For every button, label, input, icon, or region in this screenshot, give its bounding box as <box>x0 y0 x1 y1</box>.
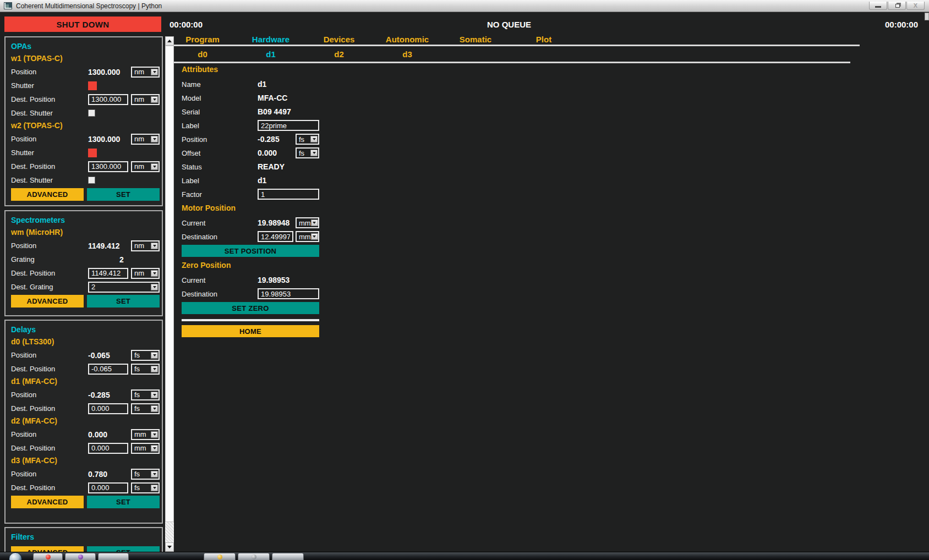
w1-dest-position-input[interactable] <box>88 94 128 105</box>
chevron-down-icon <box>151 243 158 249</box>
minimize-button[interactable] <box>869 2 887 10</box>
field-label: Dest. Position <box>11 162 88 171</box>
taskbar-button-2[interactable] <box>65 553 96 560</box>
delays-set-button[interactable]: SET <box>87 496 160 508</box>
subtab-d2[interactable]: d2 <box>305 50 373 59</box>
w1-position-unit-select[interactable]: nm <box>131 67 160 78</box>
field-label: Dest. Position <box>11 365 88 373</box>
d0-dest-unit-select[interactable]: fs <box>131 364 160 375</box>
tab-somatic[interactable]: Somatic <box>441 35 510 44</box>
tabs-underline <box>170 45 860 46</box>
close-icon: X <box>914 3 917 9</box>
w2-position-unit-select[interactable]: nm <box>131 134 160 145</box>
d3-position-unit-select[interactable]: fs <box>131 469 160 480</box>
scroll-down-button[interactable] <box>165 542 174 552</box>
motor-current-unit-select[interactable]: mm <box>296 217 319 228</box>
wm-dest-position-input[interactable] <box>88 268 128 279</box>
scrollbar-track[interactable] <box>165 522 174 542</box>
taskbar-button-4[interactable] <box>204 553 236 560</box>
scrollbar-thumb[interactable] <box>165 46 174 522</box>
spectrometers-set-button[interactable]: SET <box>87 295 160 308</box>
offset-unit-select[interactable]: fs <box>296 147 319 158</box>
delays-advanced-button[interactable]: ADVANCED <box>11 496 84 508</box>
tab-autonomic[interactable]: Autonomic <box>373 35 441 44</box>
scroll-up-button[interactable] <box>165 36 174 46</box>
d0-position-unit-select[interactable]: fs <box>131 350 160 361</box>
subtab-d0[interactable]: d0 <box>168 50 237 59</box>
wm-dest-grating-select[interactable]: 2 <box>88 282 160 293</box>
wm-position-unit-select[interactable]: nm <box>131 240 160 251</box>
w2-dest-shutter-checkbox[interactable] <box>88 177 95 184</box>
d1-position-value: -0.285 <box>88 391 128 399</box>
shut-down-button[interactable]: SHUT DOWN <box>4 17 161 32</box>
subtab-d3[interactable]: d3 <box>373 50 441 59</box>
w2-dest-position-input[interactable] <box>88 161 128 172</box>
motor-destination-input[interactable] <box>258 231 293 242</box>
window-title: Coherent Multidimensional Spectroscopy |… <box>16 2 162 10</box>
d0-dest-position-input[interactable] <box>88 364 128 375</box>
w2-dest-unit-select[interactable]: nm <box>131 161 160 172</box>
app-red-icon <box>46 554 51 559</box>
d2-position-unit-select[interactable]: mm <box>131 429 160 440</box>
restore-button[interactable] <box>888 2 906 10</box>
model-value: MFA-CC <box>258 94 287 102</box>
tab-devices[interactable]: Devices <box>305 35 373 44</box>
d2-device-name: d2 (MFA-CC) <box>11 416 160 426</box>
subtab-d1[interactable]: d1 <box>237 50 305 59</box>
d2-dest-unit-select[interactable]: mm <box>131 443 160 454</box>
label-input[interactable] <box>258 120 319 131</box>
opas-set-button[interactable]: SET <box>87 188 160 201</box>
tab-program[interactable]: Program <box>168 35 237 44</box>
taskbar-button-5[interactable] <box>238 553 270 560</box>
tab-hardware[interactable]: Hardware <box>237 35 305 44</box>
motor-destination-unit-select[interactable]: mm <box>296 231 319 242</box>
wm-dest-unit-select[interactable]: nm <box>131 268 160 279</box>
chevron-down-icon <box>151 392 158 398</box>
position-unit-select[interactable]: fs <box>296 134 319 145</box>
w1-dest-shutter-checkbox[interactable] <box>88 109 95 117</box>
chevron-down-icon <box>151 284 158 290</box>
zero-destination-input[interactable] <box>258 288 319 299</box>
d3-dest-unit-select[interactable]: fs <box>131 482 160 493</box>
d3-dest-position-input[interactable] <box>88 482 128 493</box>
taskbar-button-1[interactable] <box>33 553 63 560</box>
field-label: Position <box>11 68 88 76</box>
spectrometers-advanced-button[interactable]: ADVANCED <box>11 295 84 308</box>
d0-device-name: d0 (LTS300) <box>11 337 160 347</box>
d1-dest-position-input[interactable] <box>88 403 128 414</box>
field-label: Dest. Position <box>11 404 88 413</box>
tab-plot[interactable]: Plot <box>510 35 578 44</box>
w1-position-value: 1300.000 <box>88 68 128 76</box>
field-label: Position <box>11 135 88 143</box>
separator-line <box>182 319 319 321</box>
set-position-button[interactable]: SET POSITION <box>182 245 319 257</box>
d2-dest-position-input[interactable] <box>88 443 128 454</box>
motor-position-heading: Motor Position <box>182 204 319 213</box>
taskbar-button-6[interactable] <box>272 553 304 560</box>
d1-dest-unit-select[interactable]: fs <box>131 403 160 414</box>
opas-advanced-button[interactable]: ADVANCED <box>11 188 84 201</box>
zero-position-heading: Zero Position <box>182 261 319 271</box>
w1-dest-unit-select[interactable]: nm <box>131 94 160 105</box>
window-controls: X <box>868 2 925 10</box>
spectrometers-group: Spectrometers wm (MicroHR) Position 1149… <box>4 210 163 316</box>
field-label: Name <box>182 80 258 89</box>
main-scrollbar-sliver[interactable] <box>925 13 929 20</box>
windows-taskbar <box>0 552 929 560</box>
close-button[interactable]: X <box>906 2 925 10</box>
queue-status: NO QUEUE <box>465 20 553 29</box>
status-value: READY <box>258 162 285 171</box>
factor-input[interactable] <box>258 189 319 200</box>
set-zero-button[interactable]: SET ZERO <box>182 302 319 314</box>
serial-value: B09 4497 <box>258 107 291 116</box>
field-label: Position <box>11 430 88 438</box>
taskbar-button-3[interactable] <box>98 553 129 560</box>
field-label: Dest. Position <box>11 269 88 277</box>
field-label: Dest. Grating <box>11 283 88 291</box>
filters-title: Filters <box>11 532 160 542</box>
app-gray-icon <box>252 554 256 559</box>
d1-position-unit-select[interactable]: fs <box>131 389 160 400</box>
w2-shutter-indicator[interactable] <box>88 149 97 157</box>
home-button[interactable]: HOME <box>182 325 319 337</box>
w1-shutter-indicator[interactable] <box>88 81 97 90</box>
